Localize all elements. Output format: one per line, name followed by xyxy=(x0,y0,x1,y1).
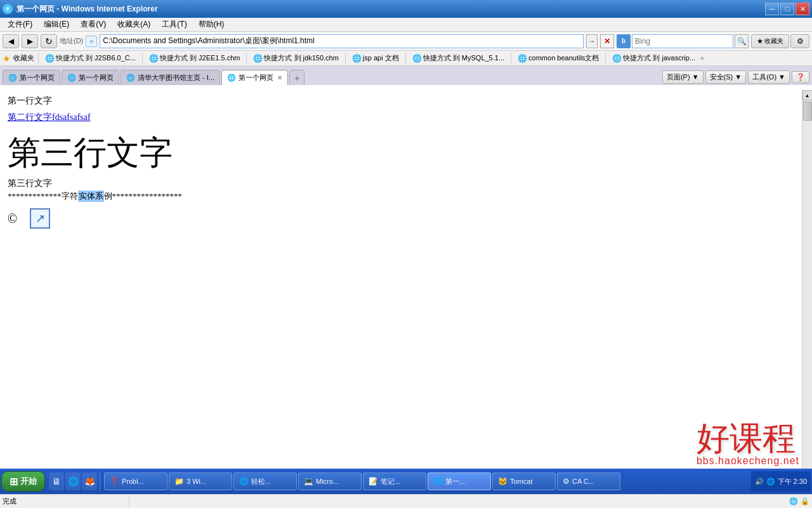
systray-icon-2: 🌐 xyxy=(766,478,775,486)
tab-label-1: 第一个网页 xyxy=(79,73,114,83)
fav-label-4: 快捷方式 到 MySQL_5.1... xyxy=(423,53,504,63)
search-input[interactable] xyxy=(632,34,733,48)
menu-tools[interactable]: 工具(T) xyxy=(157,18,192,31)
line2-link[interactable]: 第二行文字fdsafsafsaf xyxy=(8,112,794,123)
tab-icon-2: 🌐 xyxy=(126,74,135,82)
favorites-label[interactable]: 收藏夹 xyxy=(13,53,34,63)
favorites-toggle-button[interactable]: ★ 收藏夹 xyxy=(751,34,789,48)
scroll-up-arrow[interactable]: ▲ xyxy=(802,90,813,100)
ql-ie[interactable]: 🌐 xyxy=(65,472,81,490)
taskbar-label-0: Probl... xyxy=(122,478,144,485)
tab-3[interactable]: 🌐 第一个网页 ✕ xyxy=(221,70,288,85)
tools-button[interactable]: 工具(O) ▼ xyxy=(748,70,790,84)
systray-icon-1: 🔊 xyxy=(755,478,764,486)
back-button[interactable]: ◀ xyxy=(3,34,19,48)
security-button[interactable]: 安全(S) ▼ xyxy=(705,70,747,84)
fav-item-0[interactable]: 🌐 快捷方式 到 J2SB6.0_C... xyxy=(43,52,138,64)
taskbar-item-4[interactable]: 📝 笔记... xyxy=(363,472,426,490)
tab-icon-3: 🌐 xyxy=(227,74,236,82)
fav-star-icon: ★ xyxy=(3,53,11,64)
taskbar-item-5[interactable]: 🌐 第一... xyxy=(428,472,491,490)
taskbar-icon-0: ❓ xyxy=(110,477,119,486)
go-button[interactable]: → xyxy=(586,34,598,48)
start-button[interactable]: ⊞ 开始 xyxy=(1,471,45,491)
minimize-button[interactable]: ─ xyxy=(765,3,779,15)
fav-item-3[interactable]: 🌐 jsp api 文档 xyxy=(350,52,402,64)
fav-label-5: common beanutils文档 xyxy=(528,53,599,63)
copyright-symbol: © xyxy=(8,211,17,226)
tools-icon-button[interactable]: ⚙ xyxy=(790,34,809,48)
help-toolbar-button[interactable]: ❓ xyxy=(792,71,809,83)
fav-item-6[interactable]: 🌐 快捷方式 到 javascrip... xyxy=(610,52,698,64)
fav-label-6: 快捷方式 到 javascrip... xyxy=(623,53,695,63)
content-area: 第一行文字 第二行文字fdsafsafsaf 第三行文字 第三行文字 *****… xyxy=(0,90,802,480)
url-input[interactable] xyxy=(100,34,584,48)
quicklaunch-bar: 🖥 🌐 🦊 xyxy=(46,472,100,490)
highlighted-text: 实体系 xyxy=(78,190,104,202)
arrow-icon-button[interactable]: ↗ xyxy=(30,208,50,229)
taskbar-item-0[interactable]: ❓ Probl... xyxy=(104,472,167,490)
ql-desktop[interactable]: 🖥 xyxy=(49,472,64,490)
line1-text: 第一行文字 xyxy=(8,95,794,107)
arrow-icon: ↗ xyxy=(36,211,45,225)
tab-2[interactable]: 🌐 清华大学图书馆主页 - I... xyxy=(121,70,220,85)
maximize-button[interactable]: □ xyxy=(780,3,794,15)
tab-close-3[interactable]: ✕ xyxy=(277,74,282,81)
taskbar-item-6[interactable]: 🐱 Tomcat xyxy=(492,472,556,490)
taskbar-label-2: 轻松... xyxy=(251,477,271,486)
taskbar-icon-4: 📝 xyxy=(369,477,378,486)
watermark: 好课程 bbs.haokecheng.net xyxy=(697,422,799,467)
menu-help[interactable]: 帮助(H) xyxy=(193,18,230,31)
fav-icon-5: 🌐 xyxy=(518,54,527,63)
tab-0[interactable]: 🌐 第一个网页 xyxy=(3,70,60,85)
taskbar-icon-3: 💻 xyxy=(304,477,313,486)
stop-button[interactable]: ✕ xyxy=(600,34,614,48)
fav-label-2: 快捷方式 到 jdk150.chm xyxy=(264,53,338,63)
menu-favorites[interactable]: 收藏夹(A) xyxy=(112,18,155,31)
menu-edit[interactable]: 编辑(E) xyxy=(39,18,74,31)
fav-label-1: 快捷方式 到 J2EE1.5.chm xyxy=(160,53,240,63)
taskbar-item-2[interactable]: 🌐 轻松... xyxy=(233,472,297,490)
menu-view[interactable]: 查看(V) xyxy=(75,18,111,31)
fav-item-4[interactable]: 🌐 快捷方式 到 MySQL_5.1... xyxy=(410,52,507,64)
taskbar-item-7[interactable]: ⚙ CA C... xyxy=(557,472,620,490)
taskbar-item-3[interactable]: 💻 Micro... xyxy=(298,472,362,490)
favbar-more-icon[interactable]: » xyxy=(700,55,704,62)
start-label: 开始 xyxy=(20,476,37,487)
watermark-line1: 好课程 xyxy=(697,422,799,455)
fav-sep-3 xyxy=(345,53,346,64)
fav-item-5[interactable]: 🌐 common beanutils文档 xyxy=(515,52,601,64)
fav-item-2[interactable]: 🌐 快捷方式 到 jdk150.chm xyxy=(251,52,341,64)
close-button[interactable]: ✕ xyxy=(796,3,809,15)
tabbar: 🌐 第一个网页 🌐 第一个网页 🌐 清华大学图书馆主页 - I... 🌐 第一个… xyxy=(0,66,812,85)
fav-sep-4 xyxy=(405,53,406,64)
tab-label-3: 第一个网页 xyxy=(239,73,273,83)
fav-separator xyxy=(38,53,39,64)
fav-sep-5 xyxy=(511,53,511,64)
scroll-track[interactable] xyxy=(802,100,812,469)
taskbar-icon-2: 🌐 xyxy=(239,477,249,486)
url-icon: e xyxy=(86,36,97,47)
bing-icon: b xyxy=(617,34,631,48)
refresh-button[interactable]: ↻ xyxy=(41,34,57,48)
new-tab-button[interactable]: + xyxy=(289,70,304,85)
taskbar-label-5: 第一... xyxy=(445,477,465,486)
taskbar-label-6: Tomcat xyxy=(510,478,532,485)
ql-firefox[interactable]: 🦊 xyxy=(82,472,97,490)
fav-item-1[interactable]: 🌐 快捷方式 到 J2EE1.5.chm xyxy=(147,52,243,64)
tab-icon-0: 🌐 xyxy=(8,74,17,82)
taskbar-items: ❓ Probl... 📁 3 Wi... 🌐 轻松... 💻 Micro... … xyxy=(104,472,750,490)
fav-icon-3: 🌐 xyxy=(352,54,362,63)
taskbar-item-1[interactable]: 📁 3 Wi... xyxy=(169,472,232,490)
forward-button[interactable]: ▶ xyxy=(22,34,38,48)
scroll-thumb[interactable] xyxy=(803,102,812,121)
fav-sep-1 xyxy=(142,53,143,64)
menubar: 文件(F) 编辑(E) 查看(V) 收藏夹(A) 工具(T) 帮助(H) xyxy=(0,18,812,32)
search-button[interactable]: 🔍 xyxy=(735,34,749,48)
page-button[interactable]: 页面(P) ▼ xyxy=(662,70,704,84)
scrollbar-right[interactable]: ▲ ▼ xyxy=(802,90,812,479)
tab-1[interactable]: 🌐 第一个网页 xyxy=(62,70,119,85)
tab-label-2: 清华大学图书馆主页 - I... xyxy=(138,73,214,83)
fav-sep-2 xyxy=(246,53,247,64)
menu-file[interactable]: 文件(F) xyxy=(3,18,37,31)
